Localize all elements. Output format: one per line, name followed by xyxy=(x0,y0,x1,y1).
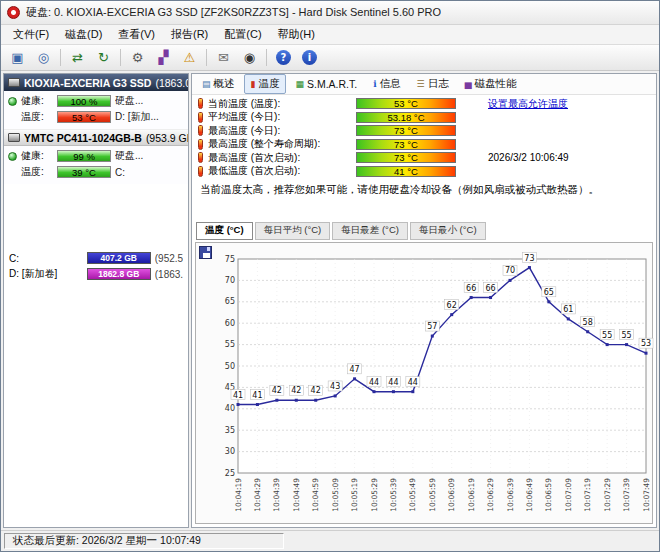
toolbar-separator xyxy=(266,49,267,66)
disk-tools-icon[interactable]: ⚙ xyxy=(125,47,150,68)
chart-tab-bar: 温度 (°C) 每日平均 (°C) 每日最差 (°C) 每日最小 (°C) xyxy=(192,222,656,240)
partition-total: (952.5 xyxy=(155,253,183,264)
svg-text:35: 35 xyxy=(225,426,235,435)
svg-text:57: 57 xyxy=(427,322,437,331)
temperature-row: 温度: 53 °C D: [新加... xyxy=(8,109,184,125)
svg-text:10:05:19: 10:05:19 xyxy=(350,478,359,512)
main-panel: ▤概述 ▮温度 ▦S.M.A.R.T. ℹ信息 ☰日志 ▅磁盘性能 当前温度 (… xyxy=(191,73,657,528)
temperature-icon: ▮ xyxy=(251,80,256,89)
hard-disk-icon xyxy=(8,78,20,87)
info-icon[interactable]: i xyxy=(297,47,322,68)
health-bar: 99 % xyxy=(57,150,111,162)
svg-text:42: 42 xyxy=(291,386,301,395)
thermometer-icon xyxy=(198,98,203,109)
temp-row-label: 最低温度 (首次启动): xyxy=(208,164,356,178)
temp-gradient-bar: 73 °C xyxy=(356,152,456,163)
svg-text:10:05:49: 10:05:49 xyxy=(408,478,417,512)
temperature-label: 温度: xyxy=(21,165,53,179)
svg-text:10:07:49: 10:07:49 xyxy=(642,478,651,512)
temperature-history-chart: 253035404550556065707510:04:1910:04:2910… xyxy=(214,245,654,528)
refresh-icon[interactable]: ↻ xyxy=(91,47,116,68)
tab-disk-performance[interactable]: ▅磁盘性能 xyxy=(458,74,524,94)
disk-name: KIOXIA-EXCERIA G3 SSD xyxy=(24,77,151,89)
save-chart-icon[interactable] xyxy=(199,246,212,259)
svg-text:10:05:59: 10:05:59 xyxy=(428,478,437,512)
svg-text:10:06:09: 10:06:09 xyxy=(447,478,456,512)
thermometer-icon xyxy=(198,166,203,177)
temp-row-label: 最高温度 (首次启动): xyxy=(208,151,356,165)
svg-text:61: 61 xyxy=(563,305,573,314)
svg-text:10:05:39: 10:05:39 xyxy=(389,478,398,512)
menu-disk[interactable]: 磁盘(D) xyxy=(57,25,110,44)
partition-label: D: [新加卷] xyxy=(9,267,83,281)
menu-view[interactable]: 查看(V) xyxy=(110,25,163,44)
svg-text:25: 25 xyxy=(225,469,235,478)
temperature-readings: 当前温度 (温度): 53 °C 设置最高允许温度 平均温度 (今日): 53.… xyxy=(192,95,656,178)
chart-tab-daily-worst[interactable]: 每日最差 (°C) xyxy=(332,222,408,240)
disk-transfer-icon[interactable]: ⇄ xyxy=(65,47,90,68)
tab-label: 日志 xyxy=(428,77,449,91)
tab-overview[interactable]: ▤概述 xyxy=(195,74,242,94)
temp-value: 53 °C xyxy=(394,98,418,109)
send-report-icon[interactable]: ✉ xyxy=(211,47,236,68)
log-icon: ☰ xyxy=(417,80,425,89)
toolbar-separator xyxy=(60,49,61,66)
performance-icon[interactable]: ▞ xyxy=(151,47,176,68)
disk-name: YMTC PC411-1024GB-B xyxy=(24,132,142,144)
temperature-label: 温度: xyxy=(21,110,53,124)
chart-tab-temperature[interactable]: 温度 (°C) xyxy=(196,222,253,240)
menu-report[interactable]: 报告(R) xyxy=(163,25,216,44)
surface-test-icon[interactable]: ◎ xyxy=(31,47,56,68)
temp-gradient-bar: 73 °C xyxy=(356,125,456,136)
tab-information[interactable]: ℹ信息 xyxy=(366,74,407,94)
temp-row-label: 当前温度 (温度): xyxy=(208,97,356,111)
tab-log[interactable]: ☰日志 xyxy=(410,74,456,94)
temp-row-label: 最高温度 (今日): xyxy=(208,124,356,138)
help-icon[interactable]: ? xyxy=(271,47,296,68)
svg-text:41: 41 xyxy=(233,391,243,400)
disk-size: (1863.0 G xyxy=(155,77,188,89)
temp-row-min-since-start: 最低温度 (首次启动): 41 °C xyxy=(192,165,656,179)
disk-info-kioxia: 健康: 100 % 硬盘... 温度: 53 °C D: [新加... xyxy=(4,91,188,129)
content-area: KIOXIA-EXCERIA G3 SSD (1863.0 G 健康: 100 … xyxy=(1,71,659,530)
toolbar-separator xyxy=(120,49,121,66)
performance-icon: ▅ xyxy=(465,80,472,89)
svg-text:50: 50 xyxy=(225,362,235,371)
alert-icon[interactable]: ⚠ xyxy=(177,47,202,68)
detect-disks-icon[interactable]: ▣ xyxy=(5,47,30,68)
temp-gradient-bar: 53 °C xyxy=(356,98,456,109)
tab-smart[interactable]: ▦S.M.A.R.T. xyxy=(288,75,364,93)
toolbar: ▣ ◎ ⇄ ↻ ⚙ ▞ ⚠ ✉ ◉ ? i xyxy=(1,45,659,71)
temp-gradient-bar: 73 °C xyxy=(356,139,456,150)
temp-row-max-since-start: 最高温度 (首次启动): 73 °C 2026/3/2 10:06:49 xyxy=(192,151,656,165)
temperature-value-box: 39 °C xyxy=(57,166,111,178)
temp-value: 73 °C xyxy=(394,139,418,150)
temp-row-label: 最高温度 (整个寿命周期): xyxy=(208,137,356,151)
temperature-value-box: 53 °C xyxy=(57,111,111,123)
set-max-temperature-link[interactable]: 设置最高允许温度 xyxy=(488,97,568,111)
window-title: 硬盘: 0. KIOXIA-EXCERIA G3 SSD [ZF2KS0RZZ3… xyxy=(26,5,441,20)
tab-label: 温度 xyxy=(258,77,279,91)
svg-text:43: 43 xyxy=(330,382,340,391)
temp-row-current: 当前温度 (温度): 53 °C 设置最高允许温度 xyxy=(192,97,656,111)
menu-help[interactable]: 帮助(H) xyxy=(270,25,323,44)
menu-file[interactable]: 文件(F) xyxy=(5,25,57,44)
svg-text:10:04:39: 10:04:39 xyxy=(272,478,281,512)
disk-item-ymtc[interactable]: YMTC PC411-1024GB-B (953.9 GB) xyxy=(4,129,188,146)
temp-row-max-today: 最高温度 (今日): 73 °C xyxy=(192,124,656,138)
disk-item-kioxia[interactable]: KIOXIA-EXCERIA G3 SSD (1863.0 G xyxy=(4,74,188,91)
svg-text:70: 70 xyxy=(225,276,235,285)
toolbar-separator xyxy=(206,49,207,66)
svg-text:42: 42 xyxy=(272,386,282,395)
snapshot-icon[interactable]: ◉ xyxy=(237,47,262,68)
partition-usage-bar: 1862.8 GB xyxy=(87,268,151,280)
svg-text:10:04:29: 10:04:29 xyxy=(253,478,262,512)
chart-tab-daily-min[interactable]: 每日最小 (°C) xyxy=(410,222,486,240)
disk-sidebar: KIOXIA-EXCERIA G3 SSD (1863.0 G 健康: 100 … xyxy=(3,73,189,528)
partition-c: C: 407.2 GB (952.5 xyxy=(6,250,186,266)
chart-tab-daily-average[interactable]: 每日平均 (°C) xyxy=(255,222,331,240)
tab-temperature[interactable]: ▮温度 xyxy=(244,74,287,94)
svg-text:10:07:19: 10:07:19 xyxy=(583,478,592,512)
health-bar: 100 % xyxy=(57,95,111,107)
menu-config[interactable]: 配置(C) xyxy=(216,25,269,44)
